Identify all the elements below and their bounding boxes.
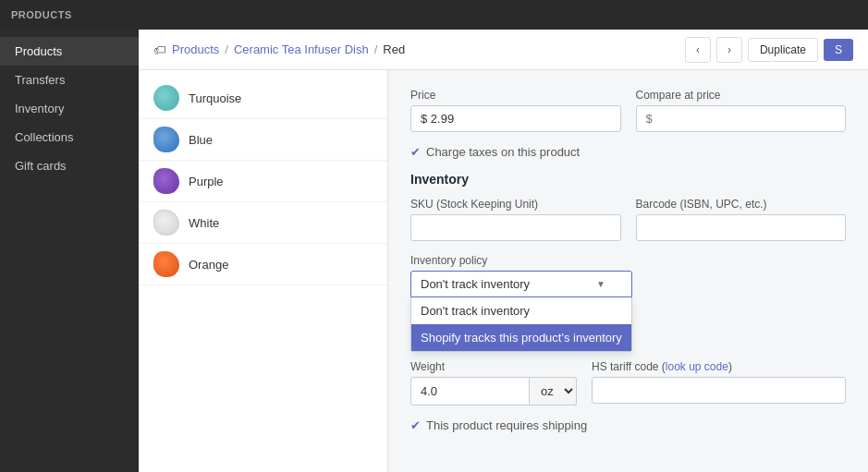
save-button[interactable]: S (824, 39, 853, 61)
requires-shipping-checkmark: ✔ (410, 418, 421, 432)
weight-input-group: oz lb kg g (410, 377, 577, 405)
inventory-section: Inventory SKU (Stock Keeping Unit) Barco… (410, 172, 846, 297)
compare-at-price-group: Compare at price (636, 89, 847, 132)
inventory-policy-dropdown-container: Don't track inventory ▼ Don't track inve… (410, 271, 632, 297)
sku-input[interactable] (410, 214, 621, 241)
breadcrumb: 🏷 Products / Ceramic Tea Infuser Dish / … (153, 42, 405, 57)
sidebar-item-gift-cards[interactable]: Gift cards (0, 151, 139, 180)
variant-name-white: White (189, 216, 219, 230)
weight-unit-select[interactable]: oz lb kg g (530, 377, 577, 405)
requires-shipping-label: This product requires shipping (426, 418, 587, 432)
inventory-policy-dropdown-menu: Don't track inventory Shopify tracks thi… (410, 297, 632, 352)
requires-shipping-row: ✔ This product requires shipping (410, 418, 846, 432)
barcode-label: Barcode (ISBN, UPC, etc.) (636, 198, 847, 211)
sidebar: Products Transfers Inventory Collections… (0, 30, 139, 472)
variant-name-turquoise: Turquoise (189, 91, 241, 105)
inventory-policy-dropdown-trigger[interactable]: Don't track inventory ▼ (410, 271, 632, 297)
form-panel: Price Compare at price ✔ Charge taxes on… (388, 70, 868, 472)
barcode-group: Barcode (ISBN, UPC, etc.) (636, 198, 847, 241)
top-bar: PRODUCTS (0, 0, 868, 30)
sidebar-item-products[interactable]: Products (0, 37, 139, 66)
content-area: 🏷 Products / Ceramic Tea Infuser Dish / … (139, 30, 868, 472)
variant-item-blue[interactable]: Blue (139, 119, 387, 161)
hs-tariff-label: HS tariff code (look up code) (592, 360, 846, 373)
nav-next-button[interactable]: › (716, 37, 742, 63)
nav-prev-button[interactable]: ‹ (685, 37, 711, 63)
swatch-white (153, 210, 179, 236)
price-row: Price Compare at price (410, 89, 846, 132)
breadcrumb-bar: 🏷 Products / Ceramic Tea Infuser Dish / … (139, 30, 868, 70)
inventory-policy-label: Inventory policy (410, 254, 632, 267)
barcode-input[interactable] (636, 214, 847, 241)
sidebar-item-collections[interactable]: Collections (0, 123, 139, 151)
weight-input[interactable] (410, 377, 530, 405)
variants-panel: Turquoise Blue Purple White (139, 70, 388, 472)
price-group: Price (410, 89, 621, 132)
charge-taxes-row: ✔ Charge taxes on this product (410, 145, 846, 159)
compare-at-price-input[interactable] (636, 105, 847, 132)
swatch-blue (153, 127, 179, 152)
top-bar-label: PRODUCTS (11, 9, 72, 20)
hs-tariff-group: HS tariff code (look up code) (592, 360, 846, 405)
chevron-down-icon: ▼ (596, 279, 605, 289)
variant-item-orange[interactable]: Orange (139, 244, 387, 285)
hs-tariff-lookup-link[interactable]: look up code (666, 360, 728, 373)
inventory-section-title: Inventory (410, 172, 846, 187)
breadcrumb-sep-1: / (225, 42, 228, 56)
tag-icon: 🏷 (153, 42, 166, 57)
inventory-policy-selected-value: Don't track inventory (421, 277, 530, 291)
dropdown-option-dont-track[interactable]: Don't track inventory (411, 297, 631, 324)
variant-item-turquoise[interactable]: Turquoise (139, 78, 387, 119)
price-label: Price (410, 89, 621, 102)
breadcrumb-product-link[interactable]: Ceramic Tea Infuser Dish (234, 42, 369, 56)
inventory-policy-group: Inventory policy Don't track inventory ▼… (410, 254, 632, 297)
sidebar-item-transfers[interactable]: Transfers (0, 66, 139, 94)
breadcrumb-current: Red (383, 42, 405, 56)
sku-barcode-row: SKU (Stock Keeping Unit) Barcode (ISBN, … (410, 198, 846, 241)
variant-item-purple[interactable]: Purple (139, 161, 387, 202)
breadcrumb-products-link[interactable]: Products (172, 42, 219, 56)
variant-item-white[interactable]: White (139, 202, 387, 244)
swatch-orange (153, 251, 179, 277)
charge-taxes-label: Charge taxes on this product (426, 145, 580, 159)
weight-label: Weight (410, 360, 577, 373)
variant-name-purple: Purple (189, 175, 224, 188)
weight-hs-row: Weight oz lb kg g (410, 360, 846, 405)
sidebar-item-inventory[interactable]: Inventory (0, 94, 139, 123)
price-input[interactable] (410, 105, 621, 132)
swatch-turquoise (153, 85, 179, 111)
breadcrumb-sep-2: / (374, 42, 378, 56)
compare-at-price-label: Compare at price (636, 89, 847, 102)
variant-name-blue: Blue (189, 133, 213, 147)
duplicate-button[interactable]: Duplicate (748, 38, 818, 62)
checkmark-icon: ✔ (410, 145, 421, 159)
swatch-purple (153, 168, 179, 194)
variant-name-orange: Orange (189, 258, 228, 272)
dropdown-option-shopify-tracks[interactable]: Shopify tracks this product's inventory (411, 324, 631, 351)
breadcrumb-actions: ‹ › Duplicate S (685, 37, 853, 63)
weight-group: Weight oz lb kg g (410, 360, 577, 405)
sku-label: SKU (Stock Keeping Unit) (410, 198, 621, 211)
hs-tariff-input[interactable] (592, 377, 846, 404)
sku-group: SKU (Stock Keeping Unit) (410, 198, 621, 241)
